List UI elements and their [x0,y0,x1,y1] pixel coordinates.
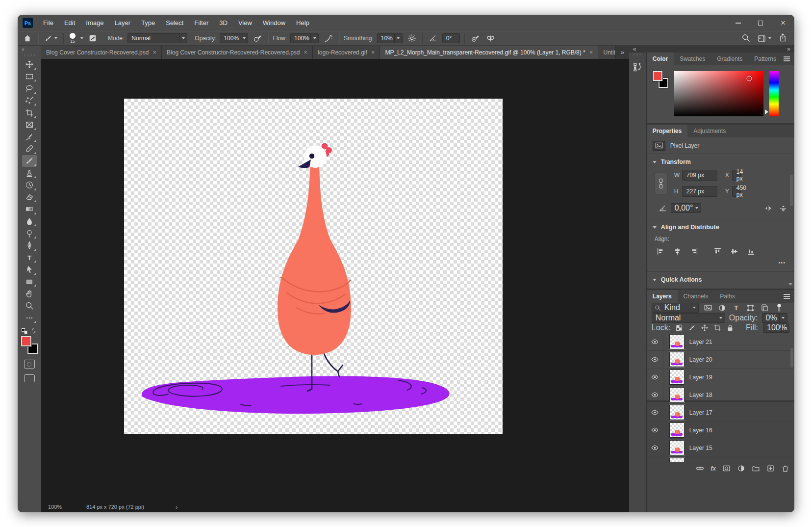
layer-thumbnail[interactable] [669,387,685,402]
dodge-tool[interactable] [22,227,37,239]
document-canvas[interactable] [124,99,503,434]
tab-channels[interactable]: Channels [678,290,714,303]
filter-pixel-layers-icon[interactable] [703,303,713,313]
menu-select[interactable]: Select [160,15,189,31]
link-layers-icon[interactable] [696,464,704,473]
pressure-opacity-icon[interactable] [252,32,263,44]
smoothing-options-gear-icon[interactable] [406,32,418,44]
quick-mask-icon[interactable] [24,360,35,369]
symmetry-butterfly-icon[interactable] [484,32,497,44]
doc-tab-5[interactable]: Untitled-3-R [598,46,615,59]
quick-actions-header[interactable]: Quick Actions [647,272,794,286]
layer-row[interactable]: Layer 20 [647,351,794,369]
saturation-brightness-field[interactable] [674,71,763,116]
visibility-cell[interactable] [647,404,663,421]
visibility-cell[interactable] [647,457,663,462]
pen-tool[interactable] [22,239,37,252]
flip-horizontal-icon[interactable] [764,204,772,212]
align-right-icon[interactable] [690,247,698,256]
tab-close-icon[interactable]: × [371,49,375,56]
lock-pixels-icon[interactable] [688,324,696,332]
brush-size-caret[interactable] [80,37,83,39]
scroll-down-icon[interactable] [788,283,792,286]
crop-tool[interactable] [22,106,37,119]
layer-row-partial[interactable] [647,457,794,462]
marquee-tool[interactable] [22,71,37,83]
link-dimensions-icon[interactable] [655,173,667,194]
brush-tool[interactable] [22,155,37,167]
path-selection-tool[interactable] [22,264,37,276]
layer-name[interactable]: Layer 20 [689,356,712,363]
spot-healing-brush-tool[interactable] [22,143,37,155]
menu-window[interactable]: Window [257,15,291,31]
tab-close-icon[interactable]: × [589,49,593,56]
layer-thumbnail[interactable] [669,458,685,462]
menu-type[interactable]: Type [136,15,160,31]
brush-angle-field[interactable]: 0° [442,33,460,43]
layer-row[interactable]: Layer 15 [647,439,794,457]
filter-smart-objects-icon[interactable] [760,303,770,313]
layer-name[interactable]: Layer 18 [689,392,712,398]
gradient-tool[interactable] [22,203,37,215]
visibility-cell[interactable] [647,351,663,368]
panel-menu-icon[interactable] [784,56,790,61]
menu-image[interactable]: Image [80,15,109,31]
lock-all-icon[interactable] [726,324,734,332]
swap-colors-icon[interactable] [30,328,37,334]
filter-type-layers-icon[interactable]: T [732,303,741,313]
blend-mode-dropdown[interactable]: Normal [652,313,725,323]
tab-layers[interactable]: Layers [647,290,678,303]
color-panel-fg-bg[interactable] [653,71,668,87]
lock-artboard-icon[interactable] [713,324,721,332]
rotate-angle-field[interactable]: 0,00° [671,203,701,213]
new-group-icon[interactable] [752,464,760,473]
menu-3d[interactable]: 3D [214,15,233,31]
tab-patterns[interactable]: Patterns [748,53,782,65]
align-more-icon[interactable]: ••• [647,256,794,265]
lock-transparency-icon[interactable] [675,324,683,332]
fill-dropdown[interactable]: 100% [763,323,789,333]
add-layer-mask-icon[interactable] [722,464,731,473]
layer-name[interactable]: Layer 16 [689,427,712,434]
layer-thumbnail[interactable] [669,369,685,385]
layer-row[interactable]: Layer 19 [647,369,794,386]
color-picker-ring[interactable] [746,76,752,81]
collapse-dock-chevrons[interactable]: « [633,47,636,52]
eraser-tool[interactable] [22,191,37,204]
type-tool[interactable]: T [22,252,37,264]
visibility-cell[interactable] [647,386,663,403]
flow-dropdown[interactable]: 100% [290,33,319,43]
flip-vertical-icon[interactable] [779,204,787,212]
home-icon[interactable] [22,32,33,44]
move-tool[interactable] [22,58,37,71]
align-left-icon[interactable] [657,247,665,256]
tab-overflow-chevrons[interactable]: » [616,46,629,59]
search-icon[interactable] [741,33,750,44]
layer-thumbnail[interactable] [669,422,685,438]
layer-thumbnail[interactable] [669,352,685,367]
foreground-color-swatch[interactable] [21,336,31,346]
tab-close-icon[interactable]: × [304,49,307,56]
lock-position-icon[interactable] [701,324,709,332]
visibility-cell[interactable] [647,422,663,439]
frame-tool[interactable] [22,119,37,131]
visibility-cell[interactable] [647,439,663,456]
blur-tool[interactable] [22,215,37,228]
menu-view[interactable]: View [233,15,257,31]
history-panel-icon[interactable] [630,58,645,75]
filter-kind-dropdown[interactable]: Kind [652,303,699,313]
rectangle-tool[interactable] [22,276,37,288]
panel-menu-icon[interactable] [784,294,790,299]
width-field[interactable]: 709 px [682,170,717,181]
properties-scrollbar[interactable] [789,156,793,259]
menu-edit[interactable]: Edit [59,15,80,31]
menu-filter[interactable]: Filter [189,15,214,31]
layer-row[interactable]: Layer 21 [647,333,794,351]
layer-name[interactable]: Layer 15 [689,445,712,451]
menu-help[interactable]: Help [291,15,315,31]
screen-mode-icon[interactable] [24,374,35,382]
smoothing-dropdown[interactable]: 10% [377,33,403,43]
share-icon[interactable] [778,33,787,44]
tools-grip[interactable] [24,54,35,56]
menu-file[interactable]: File [38,15,59,31]
